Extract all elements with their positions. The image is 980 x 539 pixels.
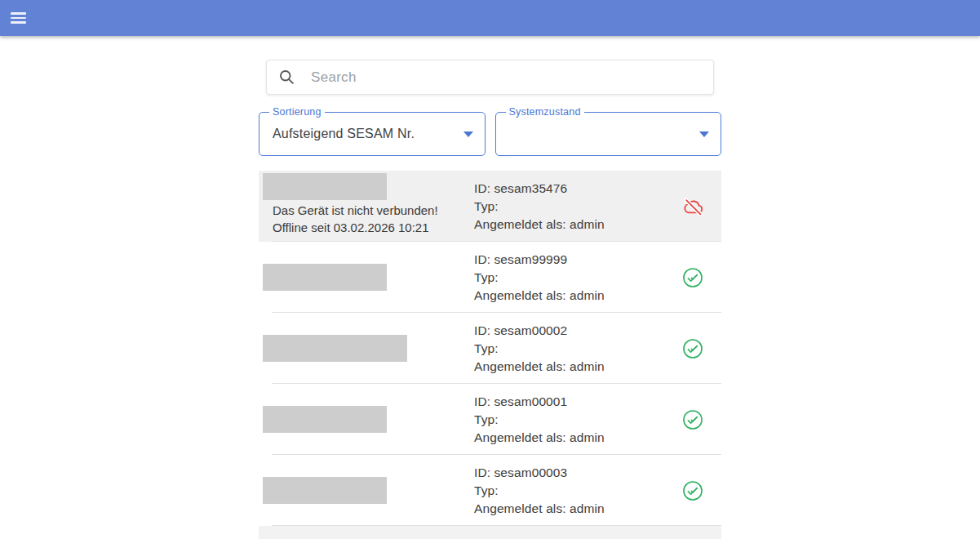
check-circle-icon (682, 338, 703, 359)
device-info-column: ID: sesam35476 Typ: Angemeldet als: admi… (474, 180, 605, 234)
device-login: Angemeldet als: admin (474, 429, 605, 447)
hamburger-menu-icon[interactable] (4, 3, 33, 33)
device-list-item[interactable]: ID: sesam00001 Typ: Angemeldet als: admi… (259, 384, 721, 455)
device-name-column (259, 384, 474, 455)
device-info-column: ID: sesam99999 Typ: Angemeldet als: admi… (474, 251, 605, 305)
device-login: Angemeldet als: admin (474, 500, 605, 518)
chevron-down-icon (699, 131, 709, 137)
device-name-placeholder (263, 264, 387, 291)
device-login: Angemeldet als: admin (474, 216, 605, 234)
check-circle-icon (682, 480, 703, 501)
device-list: Das Gerät ist nicht verbunden! Offline s… (259, 171, 721, 539)
device-typ: Typ: (474, 198, 605, 216)
chevron-down-icon (463, 131, 473, 137)
cloud-off-icon (682, 196, 704, 217)
device-name-placeholder (263, 477, 387, 504)
search-icon (278, 69, 295, 86)
device-id: ID: sesam00001 (474, 393, 605, 411)
main-content: Sortierung Aufsteigend SESAM Nr. Systemz… (259, 60, 721, 539)
device-id: ID: sesam35476 (474, 180, 605, 198)
device-list-item[interactable]: ID: sesam00002 Typ: Angemeldet als: admi… (259, 313, 721, 384)
offline-message: Das Gerät ist nicht verbunden! (273, 202, 474, 219)
sortierung-select[interactable]: Sortierung Aufsteigend SESAM Nr. (259, 112, 486, 156)
device-login: Angemeldet als: admin (474, 358, 605, 376)
device-info-column: ID: sesam00003 Typ: Angemeldet als: admi… (474, 464, 605, 518)
device-id: ID: sesam99999 (474, 251, 605, 269)
device-typ: Typ: (474, 340, 605, 358)
app-header-bar (0, 0, 980, 36)
device-name-column (259, 242, 474, 313)
device-name-placeholder (263, 406, 387, 433)
device-name-placeholder (263, 173, 387, 200)
device-info-column: ID: sesam00001 Typ: Angemeldet als: admi… (474, 393, 605, 447)
device-typ: Typ: (474, 482, 605, 500)
device-list-item[interactable]: ID: sesam99999 Typ: Angemeldet als: admi… (259, 242, 721, 313)
device-name-column (259, 313, 474, 384)
device-id: ID: sesam00003 (474, 464, 605, 482)
device-typ: Typ: (474, 411, 605, 429)
device-list-item[interactable]: ID: sesam00003 Typ: Angemeldet als: admi… (259, 455, 721, 526)
systemzustand-select[interactable]: Systemzustand (495, 112, 722, 156)
search-bar (266, 60, 714, 95)
device-name-placeholder (263, 335, 407, 362)
offline-since: Offline seit 03.02.2026 10:21 (273, 219, 474, 236)
device-login: Angemeldet als: admin (474, 287, 605, 305)
device-info-column: ID: sesam00002 Typ: Angemeldet als: admi… (474, 322, 605, 376)
device-list-item[interactable]: Das Gerät ist nicht verbunden! Offline s… (259, 171, 721, 242)
check-circle-icon (682, 409, 703, 430)
device-id: ID: sesam00002 (474, 322, 605, 340)
search-input[interactable] (309, 69, 702, 87)
device-typ: Typ: (474, 269, 605, 287)
device-list-item-partial[interactable] (259, 526, 721, 539)
systemzustand-value (509, 113, 689, 155)
device-name-column: Das Gerät ist nicht verbunden! Offline s… (259, 171, 474, 242)
check-circle-icon (682, 267, 703, 288)
device-name-column (259, 455, 474, 526)
filter-row: Sortierung Aufsteigend SESAM Nr. Systemz… (259, 112, 721, 156)
sortierung-value: Aufsteigend SESAM Nr. (273, 113, 452, 155)
